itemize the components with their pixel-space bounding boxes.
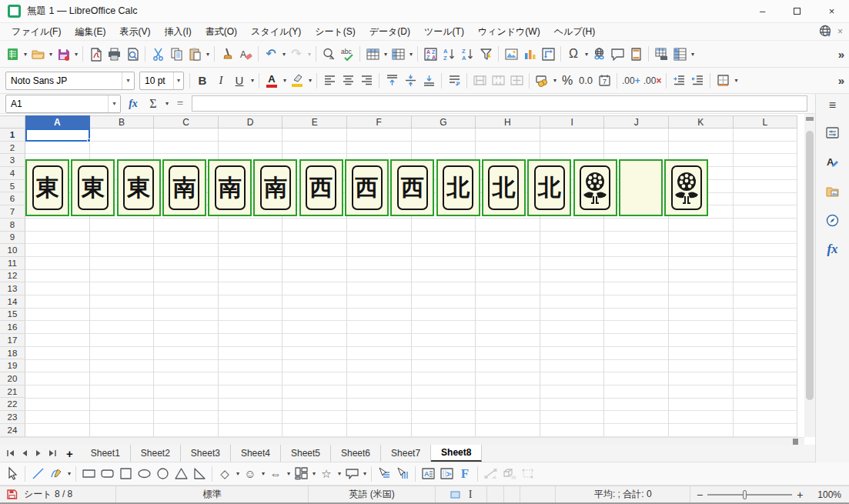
center-vertically-button[interactable] [401,71,419,91]
paste-button[interactable] [186,44,204,64]
paste-dropdown-arrow[interactable]: ▾ [205,51,211,58]
sidebar-settings-button[interactable]: ≡ [821,97,845,114]
select-function-button[interactable]: Σ [143,97,163,111]
spelling-button[interactable]: abc [338,44,356,64]
bold-button[interactable]: B [193,71,212,91]
column-header-A[interactable]: A [25,115,90,129]
row-header-14[interactable]: 14 [0,295,25,309]
previous-sheet-button[interactable] [18,446,31,460]
align-bottom-button[interactable] [419,71,438,91]
flowchart-dropdown-arrow[interactable]: ▾ [311,470,317,477]
row-header-12[interactable]: 12 [0,270,25,283]
open-button[interactable] [28,44,47,64]
block-arrows-button[interactable]: ⇔ [266,464,285,484]
align-center-button[interactable] [339,71,357,91]
formula-input[interactable] [192,96,807,111]
font-size-combo[interactable]: ▾ [139,72,184,90]
signature-cell[interactable] [504,486,521,502]
column-header-L[interactable]: L [734,115,798,129]
toolbar-overflow-button[interactable]: » [838,48,844,61]
row-header-16[interactable]: 16 [0,321,25,334]
cut-button[interactable] [149,44,167,64]
menu-data[interactable]: データ(D) [363,23,417,41]
print-preview-button[interactable] [123,44,142,64]
curve-tool-button[interactable] [47,464,65,484]
formula-button[interactable]: = [170,97,190,110]
borders-dropdown-arrow[interactable]: ▾ [733,77,739,84]
insert-hyperlink-button[interactable] [590,44,608,64]
tile-west-2[interactable]: 西 [345,159,389,216]
column-header-B[interactable]: B [90,115,155,129]
align-top-button[interactable] [383,71,401,91]
format-date-button[interactable]: 7 [595,71,613,91]
tile-south-2[interactable]: 南 [208,159,252,216]
triangle-tool-button[interactable] [172,464,190,484]
menu-insert[interactable]: 挿入(I) [157,23,198,41]
tile-north-1[interactable]: 北 [436,159,480,216]
vertical-scrollbar[interactable] [804,114,815,437]
special-character-button[interactable]: Ω [564,44,583,64]
tile-west-3[interactable]: 西 [390,159,434,216]
row-header-22[interactable]: 22 [0,398,25,411]
headers-footers-button[interactable] [627,44,645,64]
row-header-9[interactable]: 9 [0,232,25,245]
mahjong-tiles-image[interactable]: 東 東 東 南 南 南 西 西 西 北 北 北 [25,159,710,216]
stars-dropdown-arrow[interactable]: ▾ [336,470,343,477]
menu-styles[interactable]: スタイル(Y) [244,23,308,41]
row-header-15[interactable]: 15 [0,309,25,322]
sort-ascending-button[interactable]: AZ [440,44,458,64]
callouts-dropdown-arrow[interactable]: ▾ [362,470,368,477]
sidebar-properties-button[interactable] [821,120,845,145]
font-name-combo[interactable]: ▾ [5,72,135,90]
borders-button[interactable] [714,71,732,91]
column-header-J[interactable]: J [604,115,669,129]
autofilter-button[interactable] [476,44,495,64]
format-percent-button[interactable]: % [558,71,577,91]
insert-comment-button[interactable] [608,44,627,64]
insert-chart-button[interactable] [520,44,539,64]
page-style-cell[interactable]: 標準 [116,486,309,502]
selection-mode-cell[interactable]: I [436,486,487,502]
aggregate-cell[interactable]: 平均: ; 合計: 0 [556,486,690,502]
tab-sheet4[interactable]: Sheet4 [231,445,281,462]
insert-vertical-text-button[interactable] [393,464,412,484]
close-document-icon[interactable]: × [837,26,843,37]
sort-descending-button[interactable]: ZA [458,44,476,64]
menu-edit[interactable]: 編集(E) [68,23,112,41]
row-header-1[interactable]: 1 [0,129,25,142]
menu-sheet[interactable]: シート(S) [308,23,363,41]
zoom-in-button[interactable]: + [797,489,803,501]
row-header-10[interactable]: 10 [0,244,25,257]
text-box-button[interactable]: A [419,464,437,484]
row-header-3[interactable]: 3 [0,154,25,167]
redo-button[interactable]: ↷ [287,44,306,64]
merge-cells-button[interactable] [489,71,507,91]
zoom-slider-thumb[interactable] [743,490,747,499]
fill-handle[interactable] [87,139,91,142]
menu-help[interactable]: ヘルプ(H) [547,23,603,41]
tab-sheet3[interactable]: Sheet3 [181,445,231,462]
row-header-24[interactable]: 24 [0,424,25,437]
edit-points-button[interactable] [481,464,500,484]
select-function-dropdown-arrow[interactable]: ▾ [164,100,170,107]
maximize-button[interactable] [780,0,814,22]
stars-button[interactable]: ☆ [317,464,336,484]
format-number-button[interactable]: 0.0 [577,71,595,91]
tab-sheet5[interactable]: Sheet5 [281,445,331,462]
unmerge-cells-button[interactable] [507,71,526,91]
menu-view[interactable]: 表示(V) [112,23,157,41]
tile-east-3[interactable]: 東 [117,159,161,216]
align-left-button[interactable] [320,71,339,91]
column-header-G[interactable]: G [412,115,476,129]
undo-button[interactable]: ↶ [262,44,280,64]
name-box[interactable]: ▾ [5,95,121,113]
fontwork-button[interactable]: F [456,464,474,484]
sheet-status-cell[interactable]: シート 8 / 8 [0,486,116,502]
increase-indent-button[interactable] [670,71,688,91]
column-header-C[interactable]: C [154,115,219,129]
column-header-E[interactable]: E [282,115,347,129]
tile-blank[interactable] [619,159,663,216]
row-dropdown-arrow[interactable]: ▾ [383,51,389,58]
insert-text-box-button[interactable] [375,464,393,484]
copy-button[interactable] [167,44,186,64]
